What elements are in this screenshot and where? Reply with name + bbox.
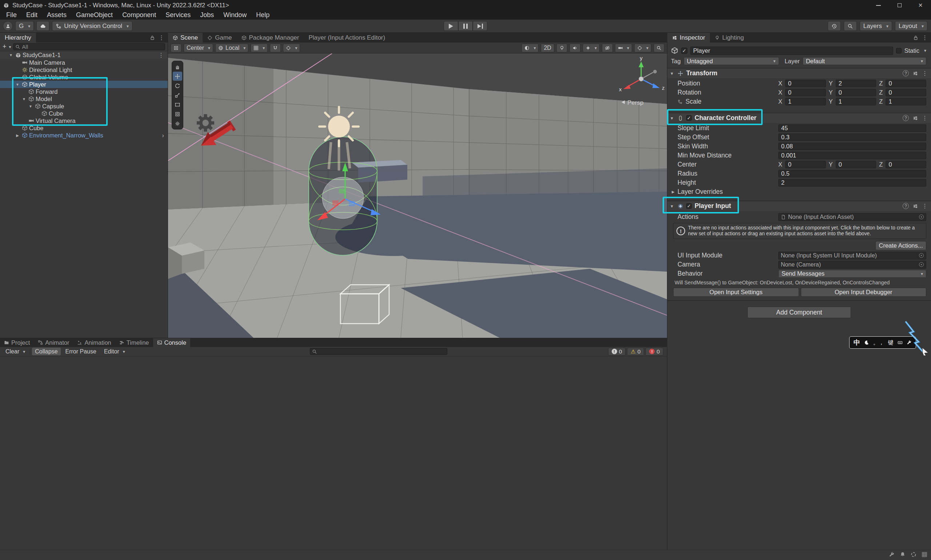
error-count-toggle[interactable]: !0: [646, 348, 663, 355]
foldout-icon[interactable]: ▶: [672, 190, 677, 194]
move-tool-button[interactable]: [173, 72, 182, 81]
scale-y-field[interactable]: 1: [836, 98, 876, 105]
hierarchy-item-player[interactable]: ▼Player: [0, 81, 168, 88]
object-picker-icon[interactable]: [919, 215, 924, 219]
snap-increment-dropdown[interactable]: ▾: [283, 44, 300, 52]
status-notification-icon[interactable]: [900, 552, 906, 557]
menu-component[interactable]: Component: [117, 11, 161, 19]
status-layout-icon[interactable]: [922, 552, 927, 557]
scale-x-field[interactable]: 1: [785, 98, 826, 105]
center-x-field[interactable]: 0: [785, 161, 826, 168]
presets-icon[interactable]: [913, 115, 918, 121]
status-progress-icon[interactable]: [911, 552, 916, 557]
foldout-icon[interactable]: ▶: [15, 134, 20, 137]
tab-animator[interactable]: Animator: [34, 338, 73, 347]
step-button[interactable]: [473, 21, 487, 31]
foldout-icon[interactable]: ▼: [28, 105, 34, 108]
scene-search-button[interactable]: [654, 44, 665, 52]
editor-dropdown[interactable]: Editor▾: [101, 348, 128, 355]
object-picker-icon[interactable]: [919, 262, 924, 267]
hierarchy-item-directional-light[interactable]: Directional Light: [0, 66, 168, 74]
help-icon[interactable]: ?: [903, 70, 909, 76]
actions-object-field[interactable]: None (Input Action Asset): [778, 213, 926, 221]
info-count-toggle[interactable]: !0: [608, 348, 626, 355]
enabled-checkbox[interactable]: ✓: [686, 115, 692, 121]
chevron-down-icon[interactable]: ▾: [924, 48, 926, 53]
effects-dropdown[interactable]: ▾: [583, 44, 600, 52]
step-offset-field[interactable]: 0.3: [778, 134, 926, 141]
behavior-dropdown[interactable]: Send Messages▾: [778, 270, 926, 278]
transform-tool-button[interactable]: [173, 109, 182, 118]
open-input-debugger-button[interactable]: Open Input Debugger: [801, 288, 926, 297]
hierarchy-item-model[interactable]: ▼Model: [0, 95, 168, 103]
object-picker-icon[interactable]: [919, 253, 924, 258]
layer-dropdown[interactable]: Default▾: [803, 57, 926, 65]
view-hand-tool-button[interactable]: [173, 62, 182, 71]
camera-object-field[interactable]: None (Camera): [778, 261, 926, 269]
hierarchy-item-forward[interactable]: Forward: [0, 88, 168, 95]
rect-tool-button[interactable]: [173, 100, 182, 109]
collapse-toggle[interactable]: Collapse: [32, 348, 60, 355]
maximize-button[interactable]: [889, 0, 910, 11]
tab-timeline[interactable]: Timeline: [115, 338, 153, 347]
help-icon[interactable]: ?: [903, 115, 909, 121]
center-y-field[interactable]: 0: [836, 161, 876, 168]
undo-history-button[interactable]: [828, 21, 841, 31]
console-search-input[interactable]: [310, 348, 447, 355]
snap-toggle-button[interactable]: [270, 44, 281, 52]
pivot-mode-dropdown[interactable]: Center▾: [184, 44, 213, 52]
hierarchy-item-cube[interactable]: Cube: [0, 110, 168, 117]
help-icon[interactable]: ?: [903, 203, 909, 209]
tab-inspector[interactable]: Inspector: [667, 33, 710, 43]
orientation-dropdown[interactable]: Local▾: [215, 44, 248, 52]
shading-mode-dropdown[interactable]: ▾: [522, 44, 539, 52]
presets-icon[interactable]: [913, 71, 918, 76]
layer-overrides-foldout[interactable]: ▶Layer Overrides: [667, 187, 931, 196]
tab-hierarchy[interactable]: Hierarchy: [0, 33, 36, 43]
static-checkbox[interactable]: [896, 48, 902, 54]
2d-toggle-button[interactable]: 2D: [541, 44, 554, 52]
tab-game[interactable]: Game: [203, 33, 236, 43]
center-z-field[interactable]: 0: [886, 161, 926, 168]
create-actions-button[interactable]: Create Actions...: [876, 241, 926, 250]
foldout-icon[interactable]: ▼: [8, 53, 14, 57]
lock-icon[interactable]: [150, 35, 155, 40]
tab-console[interactable]: Console: [153, 338, 191, 347]
link-icon[interactable]: [677, 99, 683, 105]
audio-toggle-button[interactable]: [569, 44, 580, 52]
skin-width-field[interactable]: 0.08: [778, 143, 926, 150]
account-dropdown[interactable]: G▾: [15, 21, 34, 31]
position-z-field[interactable]: 0: [886, 80, 926, 87]
custom-tool-button[interactable]: [173, 119, 182, 128]
presets-icon[interactable]: [913, 204, 918, 209]
enabled-checkbox[interactable]: ✓: [686, 203, 692, 209]
rotation-z-field[interactable]: 0: [886, 89, 926, 96]
lock-icon[interactable]: [913, 35, 918, 40]
version-control-dropdown[interactable]: Unity Version Control▾: [52, 21, 132, 31]
scale-tool-button[interactable]: [173, 91, 182, 100]
ime-punctuation-button[interactable]: 。，: [873, 339, 884, 346]
prefab-open-arrow-icon[interactable]: ›: [162, 132, 165, 139]
tag-dropdown[interactable]: Untagged▾: [684, 57, 779, 65]
camera-overlay-dropdown[interactable]: ▾: [615, 44, 632, 52]
hierarchy-item-scene[interactable]: ▼StudyCase1-1⋮: [0, 51, 168, 59]
foldout-icon[interactable]: ▼: [670, 204, 675, 208]
min-move-distance-field[interactable]: 0.001: [778, 152, 926, 159]
menu-gameobject[interactable]: GameObject: [71, 11, 117, 19]
open-input-settings-button[interactable]: Open Input Settings: [673, 288, 799, 297]
menu-help[interactable]: Help: [251, 11, 274, 19]
close-button[interactable]: ×: [910, 0, 931, 11]
ui-input-module-field[interactable]: None (Input System UI Input Module): [778, 252, 926, 260]
lighting-toggle-button[interactable]: [556, 44, 567, 52]
foldout-icon[interactable]: ▼: [15, 83, 20, 86]
rotation-x-field[interactable]: 0: [785, 89, 826, 96]
status-tools-icon[interactable]: [889, 552, 895, 557]
menu-assets[interactable]: Assets: [42, 11, 71, 19]
rotate-tool-button[interactable]: [173, 81, 182, 90]
create-add-button[interactable]: +▾: [3, 43, 11, 51]
hierarchy-item-global-volume[interactable]: Global Volume: [0, 74, 168, 81]
component-menu-icon[interactable]: ⋮: [922, 203, 928, 209]
play-button[interactable]: [444, 21, 458, 31]
component-menu-icon[interactable]: ⋮: [922, 115, 928, 122]
player-input-header[interactable]: ▼ ✓ Player Input ? ⋮: [667, 201, 931, 211]
